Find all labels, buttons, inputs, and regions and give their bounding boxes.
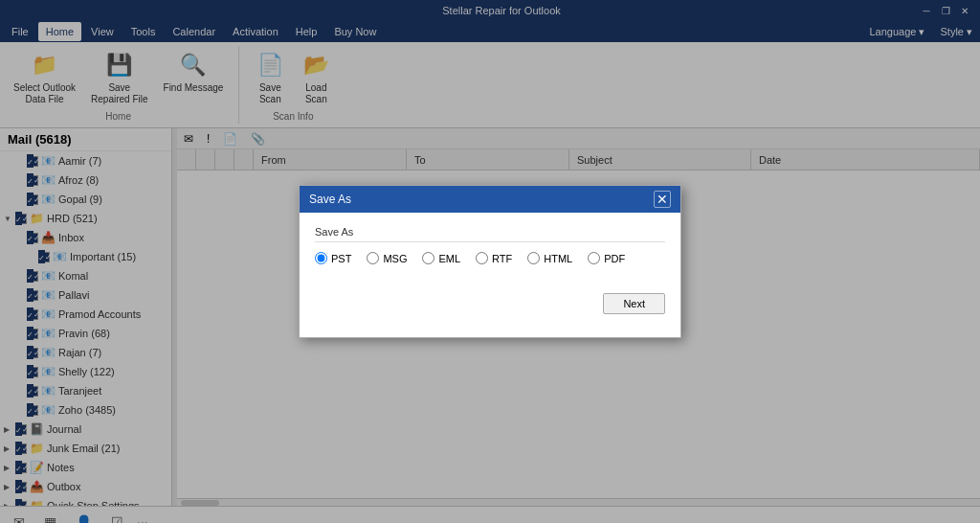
modal-section-label: Save As (315, 226, 665, 242)
radio-html[interactable]: HTML (527, 252, 572, 264)
radio-msg[interactable]: MSG (367, 252, 407, 264)
radio-input-rtf[interactable] (476, 252, 488, 264)
modal-title: Save As (309, 193, 351, 206)
radio-label-msg: MSG (383, 253, 407, 264)
radio-input-pst[interactable] (315, 252, 327, 264)
modal-overlay: Save As ✕ Save As PST MSG EML (0, 0, 980, 523)
radio-input-msg[interactable] (367, 252, 379, 264)
radio-pst[interactable]: PST (315, 252, 351, 264)
radio-label-pdf: PDF (604, 253, 625, 264)
modal-close-button[interactable]: ✕ (654, 191, 671, 208)
radio-label-eml: EML (438, 253, 460, 264)
next-button[interactable]: Next (603, 293, 665, 314)
radio-label-html: HTML (544, 253, 572, 264)
radio-input-html[interactable] (527, 252, 540, 264)
radio-input-eml[interactable] (422, 252, 434, 264)
radio-input-pdf[interactable] (588, 252, 600, 264)
radio-label-pst: PST (331, 253, 351, 264)
modal-body: Save As PST MSG EML RTF (300, 213, 680, 287)
radio-label-rtf: RTF (492, 253, 512, 264)
modal-titlebar: Save As ✕ (300, 186, 680, 213)
save-as-dialog: Save As ✕ Save As PST MSG EML (299, 185, 681, 338)
radio-rtf[interactable]: RTF (476, 252, 512, 264)
radio-pdf[interactable]: PDF (588, 252, 625, 264)
modal-footer: Next (300, 287, 680, 326)
radio-eml[interactable]: EML (422, 252, 460, 264)
modal-radio-group: PST MSG EML RTF HTML (315, 252, 665, 264)
